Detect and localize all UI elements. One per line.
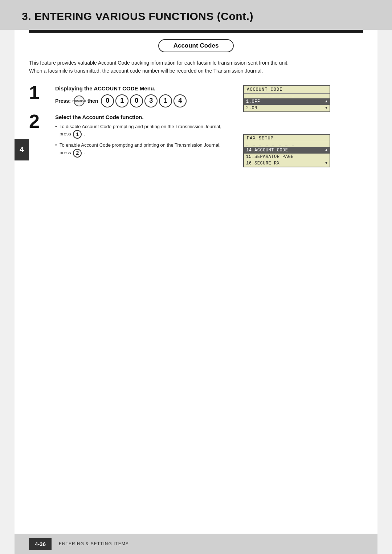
then-label: then [87,98,98,104]
lcd-panel-1-title: ACCOUNT CODE [244,86,330,94]
bullet-item-1: To disable Account Code prompting and pr… [55,123,232,139]
press-group: Press: PROGRAM then 0 1 0 3 1 [55,94,232,107]
lcd-panel-2-title: FAX SETUP [244,135,330,142]
press-label: Press: [55,98,71,104]
key-0a: 0 [101,94,114,107]
bullet-item-2: To enable Account Code prompting and pri… [55,142,232,158]
lcd-panel-1-dashes: _ _ _ _ _ _ _ _ [244,94,330,98]
lcd-row-15: 15.SEPARATOR PAGE [244,154,330,160]
top-rule [29,30,363,33]
step-2-row: 2 Select the Account Code function. To d… [29,114,232,160]
page-header: 3. ENTERING VARIOUS FUNCTIONS (Cont.) [0,0,392,30]
lcd-row-14: 14.ACCOUNT CODE ▲ [244,147,330,154]
lcd-row-2on: 2.ON ▼ [244,105,330,111]
lcd-row-16: 16.SECURE RX ▼ [244,160,330,167]
key-0b: 0 [130,94,143,107]
lcd-row-1off-text: 1.OFF [246,99,325,104]
footer-text: ENTERING & SETTING ITEMS [59,541,129,546]
arrow-up-2: ▲ [325,148,327,152]
key-press-1: 1 [73,130,82,139]
intro-line1: This feature provides valuable Account C… [29,60,289,66]
intro-line2: When a facsimile is transmitted, the acc… [29,68,263,74]
lcd-panel-2: FAX SETUP _ _ _ _ _ _ _ _ 14.ACCOUNT COD… [243,134,330,167]
lcd-panel-1: ACCOUNT CODE _ _ _ _ _ _ _ _ 1.OFF ▲ 2.O… [243,85,330,112]
step-1-row: 1 Displaying the ACCOUNT CODE Menu. Pres… [29,85,232,107]
intro-text: This feature provides valuable Account C… [29,59,327,75]
content-area: 1 Displaying the ACCOUNT CODE Menu. Pres… [29,85,363,167]
footer-page-num: 4-36 [29,538,52,550]
step-2-title: Select the Account Code function. [55,114,232,120]
arrow-up-1: ▲ [325,99,327,103]
section-badge: Account Codes [158,39,234,52]
lcd-row-15-text: 15.SEPARATOR PAGE [246,154,327,159]
lcd-row-16-text: 16.SECURE RX [246,161,325,166]
main-content: 4 Account Codes This feature provides va… [15,30,377,534]
key-3: 3 [144,94,158,107]
arrow-down-1: ▼ [325,106,327,110]
program-button: PROGRAM [74,95,85,106]
step-1-number: 1 [29,83,51,102]
key-press-2: 2 [73,149,82,158]
page-footer: 4-36 ENTERING & SETTING ITEMS [15,534,377,554]
key-4: 4 [173,94,187,107]
lcd-row-1off: 1.OFF ▲ [244,98,330,105]
page-container: 3. ENTERING VARIOUS FUNCTIONS (Cont.) 4 … [0,0,392,554]
page-title: 3. ENTERING VARIOUS FUNCTIONS (Cont.) [22,10,370,23]
lcd-row-14-text: 14.ACCOUNT CODE [246,148,325,153]
panels-right: ACCOUNT CODE _ _ _ _ _ _ _ _ 1.OFF ▲ 2.O… [243,85,330,167]
steps-left: 1 Displaying the ACCOUNT CODE Menu. Pres… [29,85,232,167]
step-1-title: Displaying the ACCOUNT CODE Menu. [55,85,232,91]
lcd-panel-2-dashes: _ _ _ _ _ _ _ _ [244,142,330,147]
lcd-row-2on-text: 2.ON [246,106,325,111]
left-tab: 4 [15,139,29,160]
step-2-content: Select the Account Code function. To dis… [51,114,232,160]
arrow-down-2: ▼ [325,161,327,165]
section-badge-container: Account Codes [29,39,363,52]
bullet-items: To disable Account Code prompting and pr… [55,123,232,158]
step-2-number: 2 [29,112,51,131]
key-1b: 1 [159,94,172,107]
bullet-2-text-after: . [84,150,85,155]
step-1-content: Displaying the ACCOUNT CODE Menu. Press:… [51,85,232,107]
program-label: PROGRAM [73,99,86,102]
key-1a: 1 [115,94,128,107]
bullet-1-text-after: . [84,131,85,137]
